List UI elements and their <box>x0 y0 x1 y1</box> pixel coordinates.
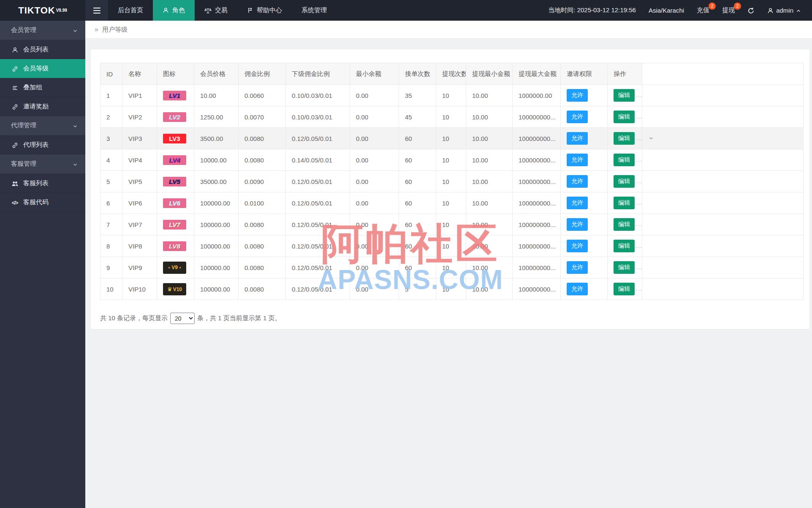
cell-orders: 60 <box>399 149 436 171</box>
user-level-panel: ID名称图标会员价格佣金比例下级佣金比例最小余额接单次数提现次数提现最小金额提现… <box>91 49 809 329</box>
cell-min-balance: 0.00 <box>350 192 399 214</box>
allow-button[interactable]: 允许 <box>567 283 588 295</box>
top-nav-item-1[interactable]: 角色 <box>153 0 195 21</box>
sidebar-item-0-1[interactable]: 会员等级 <box>0 59 85 78</box>
cell-invite: 允许 <box>561 278 608 300</box>
cell-filler <box>642 214 804 235</box>
allow-button[interactable]: 允许 <box>567 175 588 188</box>
column-header-3: 会员价格 <box>194 63 239 85</box>
column-header-10: 提现最大金额 <box>513 63 561 85</box>
cell-name: VIP2 <box>122 106 157 128</box>
recharge-button[interactable]: 充值 2 <box>697 6 709 14</box>
sidebar-item-0-0[interactable]: 会员列表 <box>0 40 85 59</box>
cell-icon: LV1 <box>157 85 194 106</box>
cell-sub-commission: 0.12/0.05/0.01 <box>286 257 350 278</box>
sidebar-item-1-0[interactable]: 代理列表 <box>0 135 85 154</box>
cell-min-balance: 0.00 <box>350 278 399 300</box>
code-icon: </> <box>11 199 19 206</box>
refresh-icon[interactable] <box>747 6 755 14</box>
edit-button[interactable]: 编辑 <box>614 197 635 209</box>
edit-button[interactable]: 编辑 <box>614 111 635 123</box>
top-nav-item-0[interactable]: 后台首页 <box>108 0 153 21</box>
sidebar-item-0-3[interactable]: 邀请奖励 <box>0 97 85 116</box>
cell-commission: 0.0060 <box>239 85 286 106</box>
cell-icon: LV8 <box>157 235 194 257</box>
allow-button[interactable]: 允许 <box>567 111 588 123</box>
logo-version: V9.99 <box>56 8 67 13</box>
edit-button[interactable]: 编辑 <box>614 283 635 295</box>
cell-action: 编辑... <box>608 85 642 106</box>
cell-invite: 允许 <box>561 149 608 171</box>
cell-name: VIP9 <box>122 257 157 278</box>
scales-icon <box>204 7 212 14</box>
cell-filler <box>642 235 804 257</box>
table-row-7: 7VIP7LV7100000.000.00800.12/0.05/0.010.0… <box>100 214 804 235</box>
cell-withdraw-max: 100000000... <box>513 214 561 235</box>
cell-price: 100000.00 <box>194 257 239 278</box>
cell-commission: 0.0080 <box>239 235 286 257</box>
sidebar-section-0[interactable]: 会员管理 <box>0 21 85 40</box>
edit-button[interactable]: 编辑 <box>614 175 635 188</box>
column-header-8: 提现次数 <box>436 63 466 85</box>
level-badge: V10 <box>163 283 186 295</box>
column-header-7: 接单次数 <box>399 63 436 85</box>
allow-button[interactable]: 允许 <box>567 197 588 209</box>
cell-withdraw-count: 10 <box>436 214 466 235</box>
allow-button[interactable]: 允许 <box>567 132 588 145</box>
level-badge: LV2 <box>163 112 186 122</box>
allow-button[interactable]: 允许 <box>567 154 588 166</box>
top-nav-item-3[interactable]: 帮助中心 <box>237 0 292 21</box>
table-row-2: 2VIP2LV21250.000.00700.10/0.03/0.010.004… <box>100 106 804 128</box>
top-nav-item-4[interactable]: 系统管理 <box>292 0 337 21</box>
cell-commission: 0.0080 <box>239 128 286 149</box>
cell-withdraw-count: 10 <box>436 192 466 214</box>
level-badge: LV7 <box>163 220 186 230</box>
cell-orders: 60 <box>399 257 436 278</box>
cell-filler <box>642 106 804 128</box>
allow-button[interactable]: 允许 <box>567 89 588 102</box>
allow-button[interactable]: 允许 <box>567 261 588 274</box>
allow-button[interactable]: 允许 <box>567 240 588 252</box>
allow-button[interactable]: 允许 <box>567 218 588 231</box>
page-size-select[interactable]: 20 <box>170 313 195 324</box>
cell-filler <box>642 128 804 149</box>
level-badge: V9 <box>163 262 186 274</box>
column-header-0: ID <box>100 63 122 85</box>
cell-commission: 0.0080 <box>239 214 286 235</box>
cell-orders: 60 <box>399 214 436 235</box>
sidebar: 会员管理会员列表会员等级叠加组邀请奖励代理管理代理列表客服管理客服列表</>客服… <box>0 21 85 508</box>
cell-withdraw-count: 10 <box>436 257 466 278</box>
edit-button[interactable]: 编辑 <box>614 261 635 274</box>
cell-icon: LV3 <box>157 128 194 149</box>
sidebar-collapse-button[interactable] <box>85 0 108 21</box>
admin-menu[interactable]: admin <box>767 7 801 14</box>
user-icon <box>767 7 774 14</box>
edit-button[interactable]: 编辑 <box>614 154 635 166</box>
row-expand-chevron-icon[interactable] <box>649 135 654 142</box>
cell-price: 100000.00 <box>194 235 239 257</box>
cell-sub-commission: 0.12/0.05/0.01 <box>286 235 350 257</box>
cell-orders: 60 <box>399 128 436 149</box>
sidebar-section-label: 会员管理 <box>11 26 73 34</box>
sidebar-item-2-0[interactable]: 客服列表 <box>0 174 85 193</box>
cell-sub-commission: 0.12/0.05/0.01 <box>286 171 350 192</box>
edit-button[interactable]: 编辑 <box>614 132 635 145</box>
sidebar-item-0-2[interactable]: 叠加组 <box>0 78 85 97</box>
cell-withdraw-max: 100000000... <box>513 171 561 192</box>
edit-button[interactable]: 编辑 <box>614 218 635 231</box>
more-actions-ellipsis: ... <box>636 156 643 163</box>
edit-button[interactable]: 编辑 <box>614 89 635 102</box>
cell-withdraw-min: 10.00 <box>466 257 513 278</box>
cell-min-balance: 0.00 <box>350 85 399 106</box>
sidebar-section-1[interactable]: 代理管理 <box>0 116 85 135</box>
sidebar-section-2[interactable]: 客服管理 <box>0 154 85 174</box>
top-nav-item-2[interactable]: 交易 <box>195 0 237 21</box>
withdraw-button[interactable]: 提现 2 <box>722 6 735 14</box>
person-icon <box>11 46 19 53</box>
cell-commission: 0.0090 <box>239 171 286 192</box>
edit-button[interactable]: 编辑 <box>614 240 635 252</box>
sidebar-item-2-1[interactable]: </>客服代码 <box>0 193 85 212</box>
cell-id: 3 <box>100 128 122 149</box>
cell-withdraw-min: 10.00 <box>466 128 513 149</box>
sidebar-item-label: 客服代码 <box>23 198 49 206</box>
